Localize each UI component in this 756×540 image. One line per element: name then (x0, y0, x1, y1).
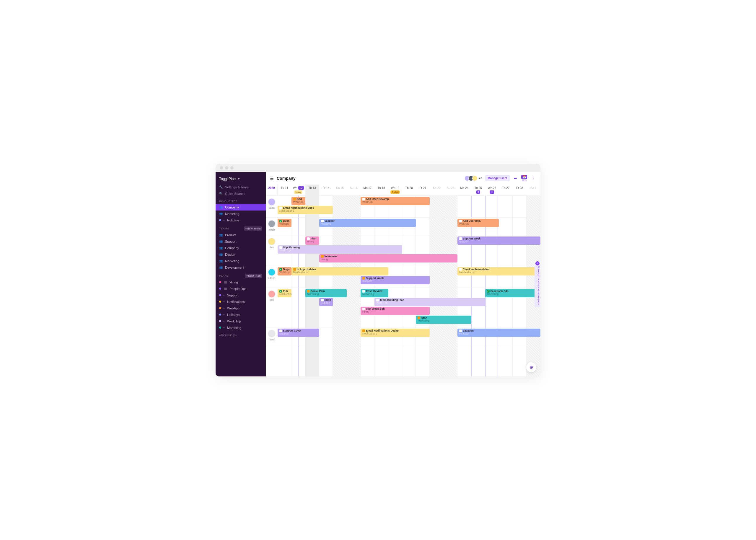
traffic-min-icon[interactable] (225, 166, 228, 170)
day-column[interactable]: Th 20 (402, 185, 416, 196)
task-bar[interactable]: SEOMarketing (416, 316, 471, 324)
day-column[interactable]: Mo 24 (457, 185, 471, 196)
task-bar[interactable]: Email ImplementationNotifications (457, 267, 540, 275)
day-column[interactable]: Mo 17 (361, 185, 375, 196)
sidebar-item-label: Hiring (229, 281, 238, 284)
user-info[interactable]: laura (266, 196, 278, 217)
user-lanes[interactable]: AddWebAppAdd User RevampWebAppEmail Noti… (278, 196, 540, 217)
task-bar[interactable]: Add User Imp.WebApp (457, 219, 499, 227)
task-subtitle: Notifications (279, 293, 290, 296)
task-bar[interactable]: ✓BugsWebApp (278, 267, 291, 275)
day-column[interactable]: Su 23 (444, 185, 457, 196)
task-bar[interactable]: Test Week BobHiring (361, 307, 430, 315)
task-title: Support Week (459, 237, 539, 240)
sidebar-item[interactable]: ▸Notifications (216, 299, 266, 305)
task-bar[interactable]: Add User RevampWebApp (361, 197, 430, 205)
user-info[interactable]: lisa (266, 235, 278, 266)
sidebar-item[interactable]: 👥Company (216, 245, 266, 251)
task-bar[interactable]: VacationHolidays (319, 219, 416, 227)
task-bar[interactable]: Team Building PlanWork Trip (375, 298, 485, 306)
sidebar-item[interactable]: ▦People Ops (216, 286, 266, 292)
task-subtitle: Hiring (307, 240, 317, 243)
task-bar[interactable]: AddWebApp (291, 197, 305, 205)
sidebar-item[interactable]: ▸Holidays (216, 217, 266, 223)
user-lanes[interactable]: PlanHiringSupport WeekSupportTrip Planni… (278, 235, 540, 266)
sidebar-item[interactable]: ▦Hiring (216, 279, 266, 286)
user-lanes[interactable]: Support CoverSupportEmail Notifications … (278, 328, 540, 345)
task-title: Supp (321, 299, 331, 302)
task-bar[interactable]: Support CoverSupport (278, 329, 319, 337)
sidebar-item[interactable]: 👥Marketing (216, 210, 266, 217)
zoom-in-icon: ⊕ (529, 365, 533, 370)
sidebar-item[interactable]: ▸Work Trip (216, 318, 266, 325)
sidebar-item[interactable]: ▸Marketing (216, 325, 266, 331)
user-info[interactable]: jozef (266, 328, 278, 345)
traffic-close-icon[interactable] (220, 166, 223, 170)
task-bar[interactable]: Email Notifications DesignNotifications (361, 329, 430, 337)
task-bar[interactable]: ✓BugsWebapp (278, 219, 291, 227)
new-plan-button[interactable]: +New Plan (245, 274, 262, 278)
task-bar[interactable]: Email Notifications SpecNotifications (278, 206, 333, 214)
task-status-icon (293, 268, 296, 271)
day-column[interactable]: Sa 1 (527, 185, 540, 196)
task-bar[interactable]: Post: ReviewMarketing (361, 289, 388, 297)
user-avatars[interactable]: +4 (466, 176, 483, 181)
sidebar-item[interactable]: 👥Company (216, 204, 266, 210)
task-bar[interactable]: Trip PlanningWork Trip (278, 245, 402, 254)
task-bar[interactable]: PlanHiring (305, 236, 319, 245)
sidebar-item[interactable]: 👥Marketing (216, 258, 266, 264)
task-bar[interactable]: SuppSupport (319, 298, 333, 306)
day-column[interactable]: Su 16 (347, 185, 361, 196)
sidebar-item[interactable]: 👥Design (216, 251, 266, 258)
task-bar[interactable]: In App UpdatesNotifications (291, 267, 388, 275)
user-info[interactable]: kati (266, 288, 278, 327)
task-bar[interactable]: Social PlanMarketing (305, 289, 347, 297)
settings-team-link[interactable]: 🔧 Settings & Team (216, 184, 266, 191)
day-column[interactable]: Fr 28 (513, 185, 527, 196)
manage-users-button[interactable]: Manage users (485, 175, 510, 181)
quick-search-link[interactable]: 🔍 Quick Search (216, 191, 266, 197)
menu-icon[interactable]: ☰ (270, 176, 274, 181)
traffic-max-icon[interactable] (230, 166, 233, 170)
user-info[interactable]: adrien (266, 266, 278, 288)
share-icon[interactable]: ➦ (513, 176, 518, 181)
day-column[interactable]: Tu 18 (375, 185, 388, 196)
sidebar-item[interactable]: ▸Holidays (216, 312, 266, 318)
brand-menu[interactable]: Toggl Plan ▾ (216, 175, 266, 184)
day-column[interactable]: We 19Global (388, 185, 402, 196)
task-bar[interactable]: InterviewsHiring (319, 254, 457, 262)
zoom-button[interactable]: ⊕ (526, 362, 536, 372)
sidebar-item[interactable]: 👥Development (216, 264, 266, 271)
day-column[interactable]: We 12Local (291, 185, 305, 196)
user-info[interactable]: mitch (266, 217, 278, 235)
sidebar-item[interactable]: ▸WebApp (216, 305, 266, 312)
day-column[interactable]: We 26☀ (485, 185, 499, 196)
task-bar[interactable]: Support WeekSupport (457, 236, 540, 245)
more-icon[interactable]: ⋮ (530, 176, 536, 181)
day-column[interactable]: Tu 253 (471, 185, 485, 196)
sidebar-item[interactable]: ▸Support (216, 292, 266, 299)
day-column[interactable]: Tu 11 (278, 185, 291, 196)
calendar-jump-button[interactable]: 📅 FEB (521, 175, 527, 182)
user-lanes[interactable]: ✓BugsWebappVacationHolidaysAdd User Imp.… (278, 217, 540, 235)
drag-tasks-panel-handle[interactable]: 1 ⇅ DRAG TASKS FROM BOARD (534, 264, 540, 307)
day-column[interactable]: Fr 14 (319, 185, 333, 196)
user-lanes[interactable]: ✓BugsWebAppIn App UpdatesNotificationsEm… (278, 266, 540, 288)
day-column[interactable]: Th 27 (499, 185, 513, 196)
task-bar[interactable]: ✓Facebook AdsMarketing (485, 289, 540, 297)
day-column[interactable]: Th 13 (305, 185, 319, 196)
task-bar[interactable]: ✓PubNotifications (278, 289, 291, 297)
timeline[interactable]: lauraAddWebAppAdd User RevampWebAppEmail… (266, 196, 540, 376)
task-status-icon (362, 308, 365, 310)
task-bar[interactable]: Support WeekSupport (361, 276, 430, 284)
user-lanes[interactable]: ✓PubNotificationsSocial PlanMarketingPos… (278, 288, 540, 327)
day-column[interactable]: Fr 21 (416, 185, 430, 196)
new-team-button[interactable]: +New Team (244, 226, 262, 230)
archive-header[interactable]: ARCHIVE (0) (216, 331, 266, 338)
year-label[interactable]: 2020 (266, 185, 278, 196)
sidebar-item[interactable]: 👥Support (216, 238, 266, 245)
day-column[interactable]: Sa 15 (333, 185, 347, 196)
day-column[interactable]: Sa 22 (430, 185, 444, 196)
sidebar-item[interactable]: 👥Product (216, 232, 266, 238)
task-bar[interactable]: VacationHolidays (457, 329, 540, 337)
